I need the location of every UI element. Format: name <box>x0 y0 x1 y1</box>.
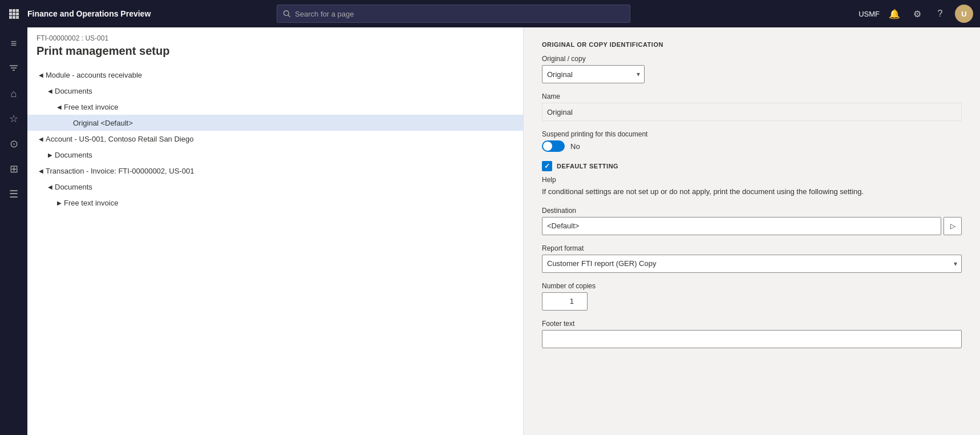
topbar: Finance and Operations Preview USMF 🔔 ⚙ … <box>0 0 980 27</box>
breadcrumb: FTI-00000002 : US-001 <box>27 27 523 42</box>
footer-text-label: Footer text <box>542 320 962 328</box>
expand-icon: ▶ <box>55 198 64 207</box>
right-panel: ORIGINAL OR COPY IDENTIFICATION Original… <box>524 27 980 435</box>
svg-rect-0 <box>9 9 12 12</box>
avatar[interactable]: U <box>955 5 973 23</box>
default-setting-checkbox[interactable] <box>542 161 552 171</box>
svg-rect-6 <box>9 16 12 19</box>
original-copy-select[interactable]: Original Copy <box>542 65 645 83</box>
page-title: Print management setup <box>27 42 523 67</box>
suspend-label: Suspend printing for this document <box>542 130 962 138</box>
favorites-icon[interactable]: ☆ <box>2 107 25 130</box>
search-icon <box>283 10 291 18</box>
collapse-icon: ◀ <box>46 182 55 191</box>
svg-rect-4 <box>13 13 15 15</box>
tree-label: Account - US-001, Contoso Retail San Die… <box>46 135 193 143</box>
copies-input[interactable] <box>542 292 588 311</box>
original-copy-select-wrapper: Original Copy <box>542 65 645 83</box>
collapse-icon: ◀ <box>55 102 64 111</box>
tree-item[interactable]: ▶ Free text invoice <box>27 195 523 211</box>
suspend-group: Suspend printing for this document No <box>542 130 962 152</box>
help-text: If conditional settings are not set up o… <box>542 186 962 198</box>
collapse-icon: ◀ <box>37 166 46 175</box>
report-format-group: Report format Customer FTI report (GER) … <box>542 244 962 273</box>
hamburger-menu-icon[interactable]: ≡ <box>2 32 25 55</box>
default-setting-title: DEFAULT SETTING <box>557 163 618 170</box>
tree-item-original-default[interactable]: Original <Default> <box>27 115 523 131</box>
navigate-icon: ▷ <box>950 222 955 230</box>
tree-label: Free text invoice <box>64 103 118 111</box>
svg-rect-7 <box>13 16 15 19</box>
report-format-select-wrapper: Customer FTI report (GER) Copy Customer … <box>542 255 962 273</box>
help-icon[interactable]: ? <box>932 6 948 22</box>
svg-line-10 <box>288 15 290 17</box>
modules-icon[interactable]: ⊞ <box>2 158 25 180</box>
username-label: USMF <box>858 10 880 18</box>
tree-label: Documents <box>55 87 92 95</box>
notification-icon[interactable]: 🔔 <box>886 6 902 22</box>
filter-icon[interactable] <box>2 57 25 80</box>
svg-rect-3 <box>9 13 12 15</box>
tree-label: Free text invoice <box>64 199 118 207</box>
expand-icon: ▶ <box>46 150 55 159</box>
report-format-select[interactable]: Customer FTI report (GER) Copy Customer … <box>542 255 962 273</box>
tree-label: Module - accounts receivable <box>46 71 142 79</box>
footer-text-group: Footer text <box>542 320 962 348</box>
tree-item[interactable]: ▶ Documents <box>27 147 523 163</box>
tree-label: Transaction - Invoice: FTI-00000002, US-… <box>46 167 194 175</box>
list-icon[interactable]: ☰ <box>2 183 25 206</box>
tree-item[interactable]: ◀ Documents <box>27 179 523 195</box>
section-title-original-copy: ORIGINAL OR COPY IDENTIFICATION <box>542 41 962 48</box>
topbar-right: USMF 🔔 ⚙ ? U <box>858 5 973 23</box>
tree-item[interactable]: ◀ Free text invoice <box>27 99 523 115</box>
home-icon[interactable]: ⌂ <box>2 82 25 105</box>
tree-item[interactable]: ◀ Documents <box>27 83 523 99</box>
destination-group: Destination ▷ <box>542 207 962 235</box>
tree-label: Documents <box>55 183 92 191</box>
left-panel: FTI-00000002 : US-001 Print management s… <box>27 27 524 435</box>
name-input <box>542 103 962 121</box>
svg-rect-8 <box>16 16 19 19</box>
name-label: Name <box>542 92 962 100</box>
name-group: Name <box>542 92 962 121</box>
help-label: Help <box>542 176 962 184</box>
original-copy-label: Original / copy <box>542 55 962 63</box>
svg-rect-5 <box>16 13 19 15</box>
tree-item[interactable]: ◀ Module - accounts receivable <box>27 67 523 83</box>
tree-label: Documents <box>55 151 92 159</box>
spacer <box>64 118 73 127</box>
footer-text-input[interactable] <box>542 330 962 348</box>
sidebar: ≡ ⌂ ☆ ⊙ ⊞ ☰ <box>0 27 27 435</box>
collapse-icon: ◀ <box>37 70 46 79</box>
tree: ◀ Module - accounts receivable ◀ Documen… <box>27 67 523 220</box>
search-input[interactable] <box>295 10 624 18</box>
destination-navigate-btn[interactable]: ▷ <box>943 217 962 235</box>
original-copy-group: Original / copy Original Copy <box>542 55 962 83</box>
svg-point-9 <box>284 11 289 16</box>
report-format-label: Report format <box>542 244 962 252</box>
default-setting-header: DEFAULT SETTING <box>542 161 962 171</box>
destination-label: Destination <box>542 207 962 215</box>
svg-rect-2 <box>16 9 19 12</box>
main-content: FTI-00000002 : US-001 Print management s… <box>27 27 980 435</box>
svg-rect-1 <box>13 9 15 12</box>
tree-item[interactable]: ◀ Transaction - Invoice: FTI-00000002, U… <box>27 163 523 179</box>
tree-label: Original <Default> <box>73 119 133 127</box>
collapse-icon: ◀ <box>46 86 55 95</box>
search-bar[interactable] <box>277 5 630 23</box>
app-title: Finance and Operations Preview <box>27 9 151 18</box>
destination-row: ▷ <box>542 217 962 235</box>
settings-icon[interactable]: ⚙ <box>909 6 925 22</box>
recent-icon[interactable]: ⊙ <box>2 132 25 155</box>
suspend-value: No <box>570 142 580 151</box>
copies-group: Number of copies <box>542 282 962 311</box>
collapse-icon: ◀ <box>37 134 46 143</box>
copies-label: Number of copies <box>542 282 962 290</box>
help-group: Help If conditional settings are not set… <box>542 176 962 198</box>
tree-item[interactable]: ◀ Account - US-001, Contoso Retail San D… <box>27 131 523 147</box>
suspend-toggle[interactable] <box>542 140 565 152</box>
destination-input[interactable] <box>542 217 941 235</box>
suspend-toggle-row: No <box>542 140 962 152</box>
grid-menu-icon[interactable] <box>7 7 21 21</box>
